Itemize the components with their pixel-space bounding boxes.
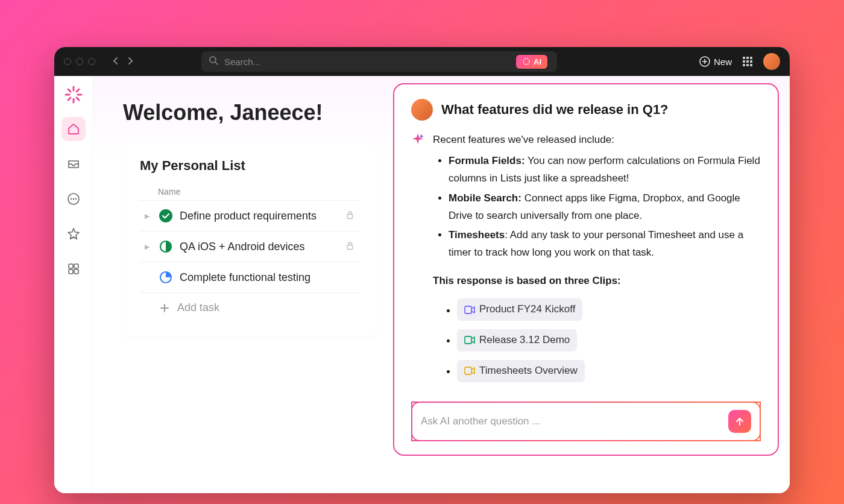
clip-chip[interactable]: Product FY24 Kickoff — [457, 298, 582, 321]
clip-label: Timesheets Overview — [479, 362, 578, 380]
task-row[interactable]: ▶QA iOS + Android devices — [140, 231, 359, 262]
video-icon — [464, 336, 475, 344]
svg-rect-20 — [69, 269, 73, 274]
clips-title: This response is based on three Clips: — [433, 272, 761, 290]
search-placeholder: Search... — [224, 57, 510, 67]
arrow-up-icon — [734, 416, 745, 427]
ai-input-row — [411, 402, 761, 441]
sidebar-favorites[interactable] — [61, 222, 86, 246]
task-status-icon — [159, 209, 172, 222]
user-avatar-small — [411, 99, 433, 121]
task-label: QA iOS + Android devices — [180, 241, 305, 253]
sidebar-inbox[interactable] — [61, 152, 86, 176]
new-label: New — [714, 57, 732, 67]
clips-list: Product FY24 KickoffRelease 3.12 DemoTim… — [433, 298, 761, 382]
titlebar-right: New — [699, 53, 780, 70]
lock-icon — [345, 210, 354, 222]
star-icon — [67, 227, 80, 241]
chevron-right-icon: ▶ — [145, 212, 152, 220]
personal-list-card: My Personal List Name ▶Define product re… — [123, 143, 376, 337]
svg-point-2 — [523, 58, 529, 65]
plus-icon — [159, 303, 170, 313]
add-task-label: Add task — [177, 301, 219, 314]
svg-rect-25 — [347, 245, 353, 249]
svg-rect-21 — [74, 269, 78, 274]
svg-point-16 — [72, 198, 74, 200]
sidebar-home[interactable] — [61, 117, 86, 141]
nav-forward-icon[interactable] — [128, 57, 134, 67]
plus-circle-icon — [699, 56, 710, 67]
feature-item: Timesheets: Add any task to your persona… — [449, 227, 761, 262]
svg-rect-29 — [465, 306, 471, 313]
svg-rect-30 — [465, 336, 471, 344]
minimize-window-dot[interactable] — [76, 58, 83, 65]
sparkle-icon — [522, 57, 531, 66]
new-button[interactable]: New — [699, 56, 732, 67]
more-circle-icon — [67, 192, 80, 206]
app-logo-icon[interactable] — [65, 86, 83, 106]
feature-item: Formula Fields: You can now perform calc… — [449, 153, 761, 187]
clip-item: Product FY24 Kickoff — [457, 298, 761, 321]
search-icon — [209, 55, 218, 68]
chevron-right-icon: ▶ — [145, 243, 152, 251]
nav-back-icon[interactable] — [112, 57, 118, 67]
ai-response: Recent features we've released include: … — [411, 131, 761, 391]
task-status-icon — [159, 240, 172, 253]
ai-question: What features did we release in Q1? — [441, 102, 669, 118]
task-row[interactable]: ▶Define product requirements — [140, 200, 359, 231]
svg-point-17 — [75, 198, 77, 200]
nav-arrows — [112, 57, 134, 67]
add-task-button[interactable]: Add task — [140, 292, 359, 323]
svg-line-12 — [68, 98, 71, 100]
video-icon — [464, 306, 475, 314]
video-icon — [464, 367, 475, 375]
svg-rect-18 — [69, 264, 73, 268]
feature-list: Formula Fields: You can now perform calc… — [433, 153, 761, 262]
svg-rect-23 — [347, 214, 353, 218]
user-avatar[interactable] — [763, 53, 780, 70]
maximize-window-dot[interactable] — [88, 58, 95, 65]
clip-item: Release 3.12 Demo — [457, 329, 761, 351]
clip-label: Product FY24 Kickoff — [479, 301, 575, 318]
svg-line-11 — [77, 98, 79, 100]
inbox-icon — [67, 157, 80, 171]
list-title: My Personal List — [140, 158, 359, 174]
apps-grid-icon[interactable] — [743, 57, 752, 66]
ai-sparkle-icon — [411, 133, 424, 391]
ai-send-button[interactable] — [728, 410, 751, 433]
ai-header: What features did we release in Q1? — [411, 99, 761, 121]
search-bar[interactable]: Search... AI — [201, 51, 557, 72]
ai-intro: Recent features we've released include: — [433, 131, 761, 149]
task-row[interactable]: Complete functional testing — [140, 262, 359, 292]
svg-point-15 — [70, 198, 72, 200]
lock-icon — [345, 241, 354, 253]
close-window-dot[interactable] — [64, 58, 71, 65]
ai-content: Recent features we've released include: … — [433, 131, 761, 391]
task-label: Complete functional testing — [180, 271, 310, 284]
home-icon — [67, 122, 80, 136]
sidebar-apps[interactable] — [61, 257, 86, 281]
window-controls — [64, 58, 95, 65]
clip-label: Release 3.12 Demo — [479, 332, 570, 349]
col-header-name: Name — [140, 183, 359, 200]
svg-line-1 — [215, 62, 218, 65]
svg-rect-31 — [465, 367, 471, 374]
ai-badge-label: AI — [534, 57, 541, 66]
task-status-icon — [159, 271, 172, 284]
app-window: Search... AI New — [54, 47, 790, 493]
svg-line-13 — [77, 89, 79, 92]
svg-point-22 — [159, 209, 172, 222]
task-label: Define product requirements — [180, 210, 316, 222]
app-body: Welcome, Janeece! My Personal List Name … — [54, 76, 790, 493]
titlebar: Search... AI New — [54, 47, 790, 76]
feature-item: Mobile Search: Connect apps like Figma, … — [449, 190, 761, 225]
ai-badge[interactable]: AI — [516, 55, 547, 69]
svg-rect-19 — [74, 264, 78, 268]
grid-icon — [67, 262, 80, 276]
sidebar — [54, 76, 93, 493]
clip-chip[interactable]: Release 3.12 Demo — [457, 329, 577, 351]
clip-chip[interactable]: Timesheets Overview — [457, 360, 585, 382]
sidebar-more[interactable] — [61, 187, 86, 211]
ai-input[interactable] — [421, 415, 721, 427]
clip-item: Timesheets Overview — [457, 360, 761, 382]
